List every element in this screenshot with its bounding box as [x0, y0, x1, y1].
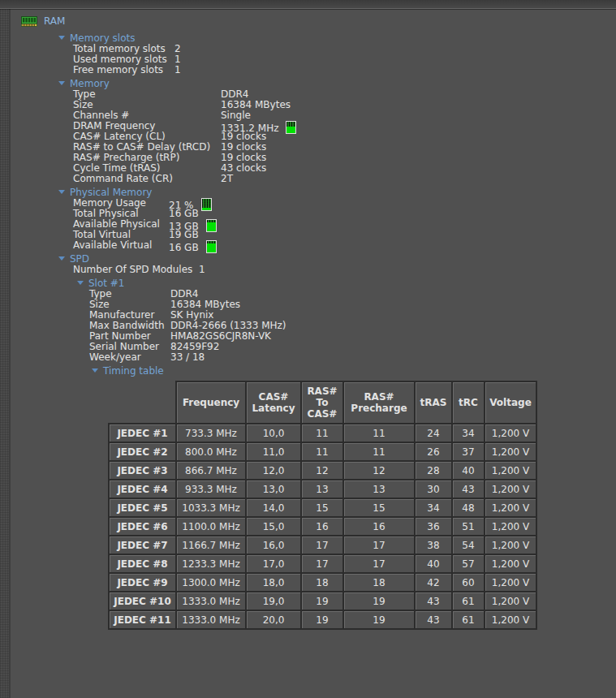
timing-cell: 15 [301, 498, 343, 517]
field-label: Size [89, 299, 110, 310]
timing-cell: 1033.3 MHz [176, 498, 246, 517]
field-value-text: DDR4 [221, 88, 248, 100]
timing-cell: 733.3 MHz [176, 424, 246, 442]
timing-cell: 1300.0 MHz [176, 573, 246, 592]
section-header-spd[interactable]: SPD [11, 252, 616, 265]
timing-cell: 17 [343, 554, 415, 573]
triangle-down-icon[interactable] [77, 281, 84, 285]
triangle-down-icon[interactable] [58, 36, 65, 40]
timing-cell: 34 [452, 424, 485, 442]
triangle-down-icon[interactable] [92, 368, 98, 373]
field-label: RAS# Precharge (tRP) [73, 152, 179, 163]
section-label: Timing table [103, 365, 164, 377]
timing-cell: 54 [452, 536, 485, 554]
section-items-slot-1: TypeDDR4Size16384 MBytesManufacturerSK H… [11, 289, 616, 363]
field-value-text: 1 [199, 264, 205, 275]
timing-cell: 15,0 [246, 517, 301, 536]
timing-cell: 11 [343, 424, 415, 442]
section-header-memory-slots[interactable]: Memory slots [11, 32, 616, 44]
section-header-memory[interactable]: Memory [11, 77, 616, 89]
triangle-down-icon[interactable] [58, 190, 65, 194]
timing-cell: 13 [301, 480, 343, 498]
field-value: 33 / 18 [170, 352, 205, 363]
timing-cell: 11 [301, 442, 343, 461]
timing-cell: 1,200 V [485, 592, 536, 610]
timing-cell: 1,200 V [485, 610, 536, 629]
section-header-timing-table[interactable]: Timing table [11, 364, 616, 377]
timing-row-header: JEDEC #11 [109, 610, 176, 629]
info-tree: Memory slotsTotal memory slots2Used memo… [11, 32, 616, 630]
timing-cell: 43 [452, 480, 485, 498]
triangle-down-icon[interactable] [58, 256, 65, 261]
timing-row-header: JEDEC #2 [109, 442, 176, 461]
timing-cell: 14,0 [246, 498, 301, 517]
field-label: Command Rate (CR) [73, 173, 173, 184]
timing-cell: 19 [301, 610, 343, 629]
timing-row-header: JEDEC #9 [109, 573, 176, 592]
field-label: Available Virtual [73, 239, 152, 251]
field-label: Total Virtual [73, 229, 131, 240]
section-label: Physical Memory [70, 187, 152, 198]
timing-row-header: JEDEC #7 [109, 536, 176, 554]
timing-cell: 1,200 V [485, 554, 536, 573]
timing-row: JEDEC #81233.3 MHz17,0171740571,200 V [109, 554, 536, 573]
timing-col-header: tRAS [415, 381, 452, 424]
section-header-slot-1[interactable]: Slot #1 [11, 277, 616, 289]
timing-row: JEDEC #101333.0 MHz19,0191943611,200 V [109, 592, 536, 610]
timing-cell: 11 [301, 424, 343, 442]
timing-cell: 42 [415, 573, 452, 592]
field-value-text: SK Hynix [170, 309, 213, 321]
ram-stick-icon [21, 15, 37, 27]
timing-cell: 1,200 V [485, 498, 536, 517]
timing-cell: 12 [301, 461, 343, 480]
field-label: Serial Number [89, 341, 159, 352]
timing-cell: 1233.3 MHz [176, 554, 246, 573]
field-value-text: 19 clocks [221, 141, 266, 153]
timing-row-header: JEDEC #5 [109, 498, 176, 517]
timing-row: JEDEC #51033.3 MHz14,0151534481,200 V [109, 498, 536, 517]
tree-root-row[interactable]: RAM [21, 15, 616, 28]
timing-cell: 24 [415, 424, 452, 442]
field-value-text: 19 GB [169, 229, 199, 240]
timing-cell: 933.3 MHz [176, 480, 246, 498]
section-label: Memory [70, 78, 110, 89]
timing-cell: 1,200 V [485, 461, 536, 480]
timing-cell: 36 [415, 517, 452, 536]
level-gauge-icon [206, 240, 217, 253]
timing-cell: 16,0 [246, 536, 301, 554]
field-value-text: Single [221, 110, 251, 121]
timing-cell: 19 [343, 610, 415, 629]
timing-cell: 13 [343, 480, 415, 498]
field-value-text: HMA82GS6CJR8N-VK [170, 330, 271, 342]
field-value-text: 2 [174, 43, 181, 54]
timing-col-header: Voltage [485, 381, 536, 424]
timing-cell: 1,200 V [485, 424, 536, 442]
field-value-text: 33 / 18 [170, 351, 205, 363]
triangle-down-icon[interactable] [58, 81, 65, 85]
field-value-text: 16 GB [169, 208, 199, 219]
timing-cell: 19 [301, 592, 343, 610]
info-row: Number Of SPD Modules1 [11, 265, 616, 275]
timing-cell: 51 [452, 517, 485, 536]
section-header-physical-memory[interactable]: Physical Memory [11, 186, 616, 198]
timing-cell: 11 [343, 442, 415, 461]
timing-row: JEDEC #3866.7 MHz12,0121228401,200 V [109, 461, 536, 480]
timing-cell: 30 [415, 480, 452, 498]
field-value-text: 16 GB [169, 242, 199, 253]
timing-cell: 800.0 MHz [176, 442, 246, 461]
field-label: RAS# to CAS# Delay (tRCD) [73, 141, 210, 153]
field-value-text: 19 clocks [221, 152, 266, 163]
timing-row-header: JEDEC #8 [109, 554, 176, 573]
field-label: Number Of SPD Modules [73, 264, 192, 275]
field-label: Manufacturer [89, 309, 154, 321]
field-value: 16 GB [169, 209, 199, 219]
info-row: Available Virtual16 GB [11, 240, 616, 251]
ram-info-panel: RAM Memory slotsTotal memory slots2Used … [11, 9, 616, 630]
timing-cell: 1333.0 MHz [176, 592, 246, 610]
field-label: Type [89, 288, 112, 299]
section-items-physical-memory: Memory Usage21 %Total Physical16 GBAvail… [11, 198, 616, 251]
info-row: Free memory slots1 [11, 65, 616, 75]
timing-row-header: JEDEC #1 [109, 424, 176, 442]
timing-row-header: JEDEC #4 [109, 480, 176, 498]
timing-row: JEDEC #111333.0 MHz20,0191943611,200 V [109, 610, 536, 629]
